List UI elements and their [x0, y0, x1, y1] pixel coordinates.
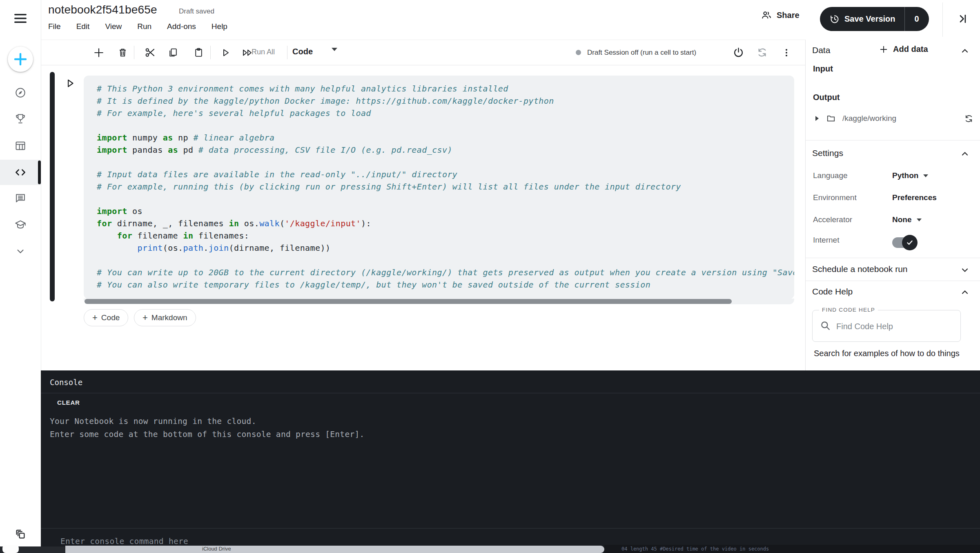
sidebar-more-button[interactable] [0, 240, 41, 263]
more-options-button[interactable] [777, 40, 795, 65]
sidebar-item-code[interactable] [0, 161, 41, 184]
code-line[interactable]: for filename in filenames: [97, 230, 794, 242]
code-line[interactable]: # You can also write temporary files to … [97, 279, 794, 291]
sidebar-item-competitions[interactable] [0, 107, 41, 130]
console-clear-button[interactable]: CLEAR [57, 399, 80, 406]
environment-link[interactable]: Preferences [892, 193, 937, 202]
trophy-icon [15, 113, 26, 125]
menu-run[interactable]: Run [137, 22, 151, 31]
power-button[interactable] [729, 40, 747, 65]
notebook-title[interactable]: notebook2f541be65e [48, 3, 157, 16]
collapse-code-help-section[interactable] [960, 288, 970, 297]
code-help-section-title: Code Help [812, 287, 853, 297]
sidebar-item-discussions[interactable] [0, 187, 41, 210]
background-code-text: 04 length 45 #Desired time of the video … [621, 546, 769, 552]
menubar: File Edit View Run Add-ons Help [48, 22, 227, 31]
find-code-help-input[interactable] [835, 318, 951, 335]
collapse-settings-section[interactable] [960, 149, 970, 159]
background-window-corner [2, 545, 19, 553]
sidebar-item-explore[interactable] [0, 81, 41, 104]
window-stack-button[interactable] [0, 523, 41, 546]
code-line[interactable]: # It is defined by the kaggle/python Doc… [97, 95, 794, 107]
toolbar-separator [134, 46, 134, 59]
collapse-data-section[interactable] [960, 46, 970, 56]
left-sidebar [0, 0, 41, 553]
hamburger-menu-icon[interactable] [14, 13, 27, 23]
notebook-editor: # This Python 3 environment comes with m… [41, 65, 805, 370]
plus-icon: + [143, 313, 148, 322]
trash-icon [118, 47, 128, 58]
restart-session-button[interactable] [753, 40, 771, 65]
expand-schedule-section[interactable] [960, 265, 970, 275]
copy-icon [168, 47, 178, 58]
menu-file[interactable]: File [48, 22, 61, 31]
comment-icon [15, 192, 26, 204]
menu-edit[interactable]: Edit [76, 22, 90, 31]
environment-label: Environment [813, 193, 857, 202]
plus-icon: + [92, 313, 98, 322]
scrollbar-thumb[interactable] [85, 299, 732, 304]
accelerator-value: None [892, 215, 912, 224]
save-version-label: Save Version [844, 14, 895, 24]
code-line[interactable]: for dirname, _, filenames in os.walk('/k… [97, 217, 794, 230]
version-count-button[interactable]: 0 [905, 7, 929, 31]
code-line[interactable]: # This Python 3 environment comes with m… [97, 83, 794, 95]
chevron-down-icon [960, 265, 970, 275]
copy-cell-button[interactable] [164, 40, 182, 65]
language-dropdown[interactable]: Python [892, 171, 928, 180]
run-cell-button[interactable] [217, 40, 235, 65]
code-line[interactable]: # For example, running this (by clicking… [97, 181, 794, 193]
code-line[interactable]: import numpy as np # linear algebra [97, 132, 794, 144]
run-this-cell-button[interactable] [62, 75, 78, 91]
menu-help[interactable]: Help [212, 22, 227, 31]
accelerator-label: Accelerator [813, 215, 852, 224]
menu-view[interactable]: View [105, 22, 122, 31]
add-markdown-cell-button[interactable]: + Markdown [134, 309, 196, 326]
cell-type-dropdown[interactable]: Code [292, 47, 313, 56]
find-code-help-field: FIND CODE HELP [812, 310, 961, 342]
create-button[interactable] [8, 47, 33, 72]
check-icon [906, 239, 913, 246]
sidebar-item-learn[interactable] [0, 213, 41, 236]
menu-addons[interactable]: Add-ons [167, 22, 196, 31]
add-code-cell-button[interactable]: + Code [84, 309, 128, 326]
panel-divider [806, 281, 980, 281]
run-all-label[interactable]: Run All [252, 48, 275, 56]
code-line[interactable] [97, 254, 794, 266]
cell-focus-indicator [50, 72, 55, 301]
history-clock-icon [830, 14, 840, 24]
code-line[interactable]: # Input data files are available in the … [97, 168, 794, 181]
paste-cell-button[interactable] [189, 40, 207, 65]
session-status-dot [576, 50, 581, 55]
cut-cell-button[interactable] [141, 40, 159, 65]
panel-divider [806, 140, 980, 140]
graduation-cap-icon [14, 219, 27, 230]
output-folder-row[interactable]: /kaggle/working [815, 114, 896, 123]
save-version-button[interactable]: Save Version [820, 7, 904, 31]
code-cell[interactable]: # This Python 3 environment comes with m… [84, 76, 794, 299]
internet-label: Internet [813, 236, 839, 245]
code-line[interactable]: print(os.path.join(dirname, filename)) [97, 242, 794, 254]
caret-down-icon [923, 174, 928, 177]
accelerator-dropdown[interactable]: None [892, 215, 922, 224]
code-line[interactable] [97, 156, 794, 168]
add-data-button[interactable]: Add data [879, 45, 928, 54]
version-count: 0 [915, 14, 919, 24]
add-cell-button[interactable] [90, 40, 108, 65]
delete-cell-button[interactable] [114, 40, 131, 65]
code-line[interactable]: import os [97, 205, 794, 217]
code-line[interactable]: import pandas as pd # data processing, C… [97, 144, 794, 156]
code-editor-content[interactable]: # This Python 3 environment comes with m… [97, 83, 794, 291]
collapse-panel-button[interactable] [956, 12, 969, 25]
code-line[interactable]: # For example, here's several helpful pa… [97, 107, 794, 119]
caret-right-icon [815, 116, 820, 121]
code-line[interactable] [97, 193, 794, 205]
share-button[interactable]: Share [760, 10, 800, 20]
code-line[interactable] [97, 119, 794, 132]
cell-type-caret[interactable] [332, 51, 337, 58]
refresh-output-button[interactable] [964, 114, 973, 123]
cell-horizontal-scrollbar[interactable] [84, 299, 794, 304]
code-line[interactable]: # You can write up to 20GB to the curren… [97, 266, 794, 279]
internet-toggle[interactable] [892, 237, 916, 248]
sidebar-item-datasets[interactable] [0, 134, 41, 157]
